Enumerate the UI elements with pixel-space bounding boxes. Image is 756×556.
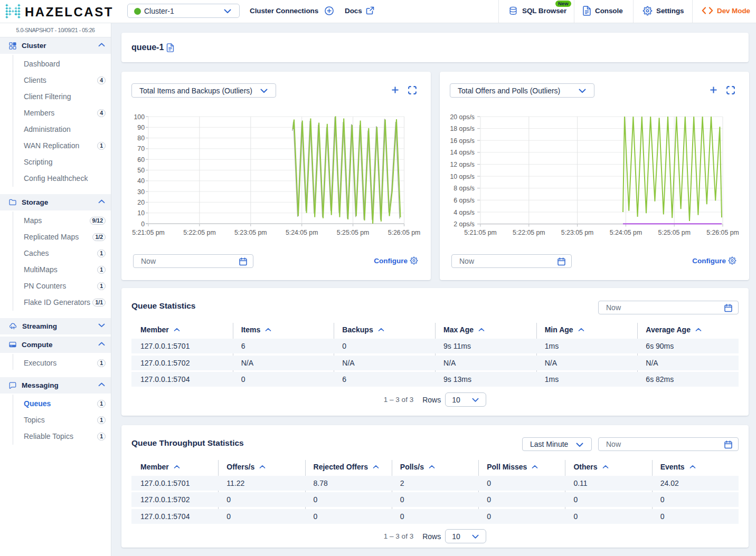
svg-text:5:24:05 pm: 5:24:05 pm — [286, 229, 318, 236]
svg-text:5:25:05 pm: 5:25:05 pm — [658, 229, 691, 236]
svg-text:5:24:05 pm: 5:24:05 pm — [610, 229, 642, 236]
svg-text:5:22:05 pm: 5:22:05 pm — [513, 229, 545, 236]
svg-text:5:25:05 pm: 5:25:05 pm — [337, 229, 370, 236]
svg-text:16 ops/s: 16 ops/s — [450, 137, 475, 145]
svg-text:8 ops/s: 8 ops/s — [453, 185, 475, 192]
svg-text:90: 90 — [137, 124, 145, 131]
svg-text:0: 0 — [141, 221, 145, 228]
svg-text:60: 60 — [137, 156, 145, 164]
svg-text:100: 100 — [134, 113, 145, 121]
svg-text:10 ops/s: 10 ops/s — [450, 173, 475, 180]
svg-text:14 ops/s: 14 ops/s — [450, 149, 475, 156]
svg-text:5:26:05 pm: 5:26:05 pm — [706, 229, 739, 236]
svg-text:6 ops/s: 6 ops/s — [453, 197, 475, 204]
svg-text:40: 40 — [137, 177, 145, 185]
svg-text:18 ops/s: 18 ops/s — [450, 125, 475, 132]
svg-text:5:23:05 pm: 5:23:05 pm — [561, 229, 594, 236]
svg-text:2 ops/s: 2 ops/s — [453, 221, 475, 228]
svg-text:4 ops/s: 4 ops/s — [453, 209, 475, 216]
svg-text:50: 50 — [137, 167, 145, 174]
svg-text:12 ops/s: 12 ops/s — [450, 161, 475, 168]
svg-text:10: 10 — [137, 209, 145, 217]
svg-text:5:23:05 pm: 5:23:05 pm — [234, 229, 267, 236]
svg-text:20 ops/s: 20 ops/s — [450, 113, 475, 121]
svg-text:5:26:05 pm: 5:26:05 pm — [388, 229, 421, 236]
svg-text:5:21:05 pm: 5:21:05 pm — [464, 229, 497, 236]
svg-text:20: 20 — [137, 199, 145, 206]
svg-text:5:21:05 pm: 5:21:05 pm — [132, 229, 165, 236]
svg-text:80: 80 — [137, 135, 145, 142]
svg-text:5:22:05 pm: 5:22:05 pm — [183, 229, 216, 236]
svg-text:30: 30 — [137, 188, 145, 196]
svg-text:70: 70 — [137, 145, 145, 152]
